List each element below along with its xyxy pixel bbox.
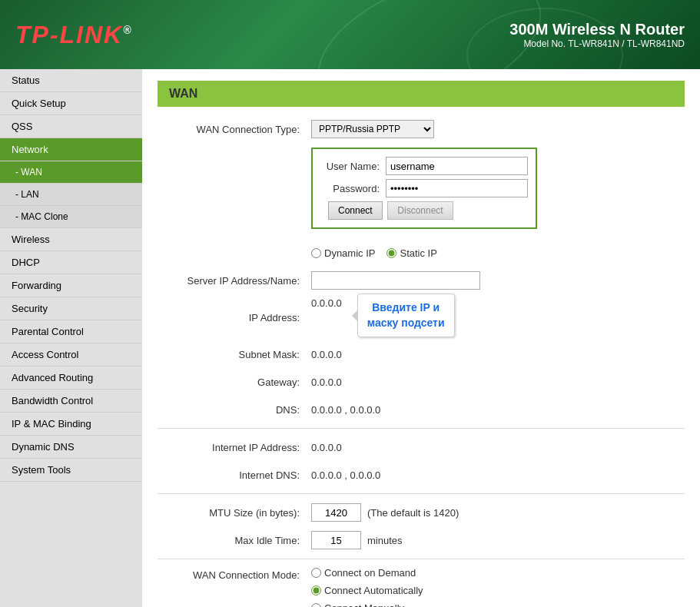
divider-2 bbox=[158, 493, 685, 494]
max-idle-row: Max Idle Time: minutes bbox=[158, 529, 685, 551]
divider-1 bbox=[158, 428, 685, 429]
sidebar-item-quick-setup[interactable]: Quick Setup bbox=[0, 92, 142, 115]
credentials-area: User Name: Password: Connect Disconnect bbox=[311, 148, 685, 233]
static-ip-option[interactable]: Static IP bbox=[386, 247, 436, 259]
logo: TP-LINK® bbox=[15, 21, 133, 49]
max-idle-area: minutes bbox=[311, 531, 685, 549]
sidebar-item-status[interactable]: Status bbox=[0, 69, 142, 92]
ip-address-row: IP Address: 0.0.0.0 Введите IP имаску по… bbox=[158, 297, 685, 337]
username-label: User Name: bbox=[320, 161, 386, 172]
subnet-mask-value: 0.0.0.0 bbox=[311, 349, 685, 360]
credentials-row: User Name: Password: Connect Disconnect bbox=[158, 148, 685, 233]
mtu-input[interactable] bbox=[311, 503, 361, 522]
internet-ip-value: 0.0.0.0 bbox=[311, 442, 685, 453]
dynamic-ip-option[interactable]: Dynamic IP bbox=[311, 247, 375, 259]
router-info: 300M Wireless N Router Model No. TL-WR84… bbox=[509, 21, 685, 49]
wan-type-row: WAN Connection Type: PPTP/Russia PPTP Dy… bbox=[158, 118, 685, 140]
credentials-box: User Name: Password: Connect Disconnect bbox=[311, 148, 537, 229]
wan-type-label: WAN Connection Type: bbox=[158, 124, 311, 135]
logo-reg: ® bbox=[123, 24, 132, 36]
mode-on-demand-option[interactable]: Connect on Demand bbox=[311, 567, 685, 579]
password-row: Password: bbox=[320, 179, 528, 197]
mtu-hint: (The default is 1420) bbox=[367, 507, 459, 519]
router-name: 300M Wireless N Router bbox=[509, 21, 685, 38]
dynamic-ip-label: Dynamic IP bbox=[324, 247, 375, 259]
password-label: Password: bbox=[320, 183, 386, 194]
sidebar-item-system-tools[interactable]: System Tools bbox=[0, 459, 142, 482]
mode-manually-label: Connect Manually bbox=[324, 602, 404, 607]
wan-mode-label: WAN Connection Mode: bbox=[158, 567, 311, 581]
gateway-row: Gateway: 0.0.0.0 bbox=[158, 371, 685, 393]
server-ip-input[interactable] bbox=[311, 271, 480, 290]
ip-address-value: 0.0.0.0 bbox=[311, 297, 342, 309]
username-row: User Name: bbox=[320, 157, 528, 175]
dynamic-ip-radio[interactable] bbox=[311, 248, 321, 258]
gateway-label: Gateway: bbox=[158, 376, 311, 388]
dns-label: DNS: bbox=[158, 404, 311, 416]
sidebar-item-dynamic-dns[interactable]: Dynamic DNS bbox=[0, 436, 142, 459]
header: TP-LINK® 300M Wireless N Router Model No… bbox=[0, 0, 700, 69]
content-area: WAN WAN Connection Type: PPTP/Russia PPT… bbox=[142, 69, 700, 607]
mtu-area: (The default is 1420) bbox=[311, 503, 685, 522]
mode-manually-radio[interactable] bbox=[311, 603, 321, 607]
sidebar-item-parental-control[interactable]: Parental Control bbox=[0, 320, 142, 343]
mtu-row: MTU Size (in bytes): (The default is 142… bbox=[158, 502, 685, 523]
model-number: Model No. TL-WR841N / TL-WR841ND bbox=[509, 38, 685, 49]
wan-type-select[interactable]: PPTP/Russia PPTP Dynamic IP Static IP PP… bbox=[311, 120, 434, 138]
sidebar-item-lan[interactable]: - LAN bbox=[0, 184, 142, 206]
server-ip-label: Server IP Address/Name: bbox=[158, 275, 311, 287]
internet-dns-row: Internet DNS: 0.0.0.0 , 0.0.0.0 bbox=[158, 464, 685, 486]
sidebar-item-forwarding[interactable]: Forwarding bbox=[0, 274, 142, 297]
logo-text: TP-LINK bbox=[15, 21, 123, 48]
mtu-label: MTU Size (in bytes): bbox=[158, 507, 311, 519]
sidebar-item-access-control[interactable]: Access Control bbox=[0, 343, 142, 367]
ip-type-row: Dynamic IP Static IP bbox=[158, 242, 685, 264]
internet-dns-label: Internet DNS: bbox=[158, 469, 311, 481]
sidebar-item-ip-mac-binding[interactable]: IP & MAC Binding bbox=[0, 413, 142, 436]
internet-ip-row: Internet IP Address: 0.0.0.0 bbox=[158, 436, 685, 458]
static-ip-radio[interactable] bbox=[386, 248, 396, 258]
disconnect-button[interactable]: Disconnect bbox=[387, 201, 453, 220]
sidebar-item-dhcp[interactable]: DHCP bbox=[0, 251, 142, 274]
dns-row: DNS: 0.0.0.0 , 0.0.0.0 bbox=[158, 399, 685, 420]
mode-on-demand-radio[interactable] bbox=[311, 568, 321, 578]
sidebar-item-wireless[interactable]: Wireless bbox=[0, 228, 142, 251]
divider-3 bbox=[158, 559, 685, 559]
sidebar-item-security[interactable]: Security bbox=[0, 297, 142, 320]
server-ip-value bbox=[311, 271, 685, 290]
wan-mode-radio-group: Connect on Demand Connect Automatically … bbox=[311, 567, 685, 607]
subnet-mask-label: Subnet Mask: bbox=[158, 349, 311, 360]
sidebar: Status Quick Setup QSS Network - WAN - L… bbox=[0, 69, 142, 607]
max-idle-label: Max Idle Time: bbox=[158, 535, 311, 546]
static-ip-label: Static IP bbox=[400, 247, 436, 259]
ip-type-radios: Dynamic IP Static IP bbox=[311, 247, 685, 259]
mode-automatically-label: Connect Automatically bbox=[324, 585, 423, 596]
ip-address-label: IP Address: bbox=[158, 312, 311, 323]
mode-automatically-radio[interactable] bbox=[311, 585, 321, 595]
username-input[interactable] bbox=[386, 157, 528, 175]
mode-manually-option[interactable]: Connect Manually bbox=[311, 602, 685, 607]
connect-buttons: Connect Disconnect bbox=[320, 201, 528, 220]
mode-automatically-option[interactable]: Connect Automatically bbox=[311, 585, 685, 596]
ip-address-area: 0.0.0.0 Введите IP имаску подсети bbox=[311, 297, 685, 337]
dns-value: 0.0.0.0 , 0.0.0.0 bbox=[311, 404, 685, 416]
sidebar-item-advanced-routing[interactable]: Advanced Routing bbox=[0, 367, 142, 390]
main-layout: Status Quick Setup QSS Network - WAN - L… bbox=[0, 69, 700, 607]
subnet-mask-row: Subnet Mask: 0.0.0.0 bbox=[158, 343, 685, 365]
password-input[interactable] bbox=[386, 179, 528, 197]
sidebar-item-wan[interactable]: - WAN bbox=[0, 161, 142, 184]
wan-type-value: PPTP/Russia PPTP Dynamic IP Static IP PP… bbox=[311, 120, 685, 138]
sidebar-item-network[interactable]: Network bbox=[0, 138, 142, 161]
sidebar-item-bandwidth-control[interactable]: Bandwidth Control bbox=[0, 390, 142, 413]
internet-dns-value: 0.0.0.0 , 0.0.0.0 bbox=[311, 469, 685, 481]
gateway-value: 0.0.0.0 bbox=[311, 376, 685, 388]
wan-mode-row: WAN Connection Mode: Connect on Demand C… bbox=[158, 567, 685, 607]
max-idle-input[interactable] bbox=[311, 531, 361, 549]
server-ip-row: Server IP Address/Name: bbox=[158, 270, 685, 291]
page-title: WAN bbox=[158, 81, 685, 107]
mode-on-demand-label: Connect on Demand bbox=[324, 567, 416, 579]
ip-type-radio-group: Dynamic IP Static IP bbox=[311, 247, 685, 259]
sidebar-item-mac-clone[interactable]: - MAC Clone bbox=[0, 206, 142, 228]
connect-button[interactable]: Connect bbox=[328, 201, 383, 220]
sidebar-item-qss[interactable]: QSS bbox=[0, 115, 142, 138]
